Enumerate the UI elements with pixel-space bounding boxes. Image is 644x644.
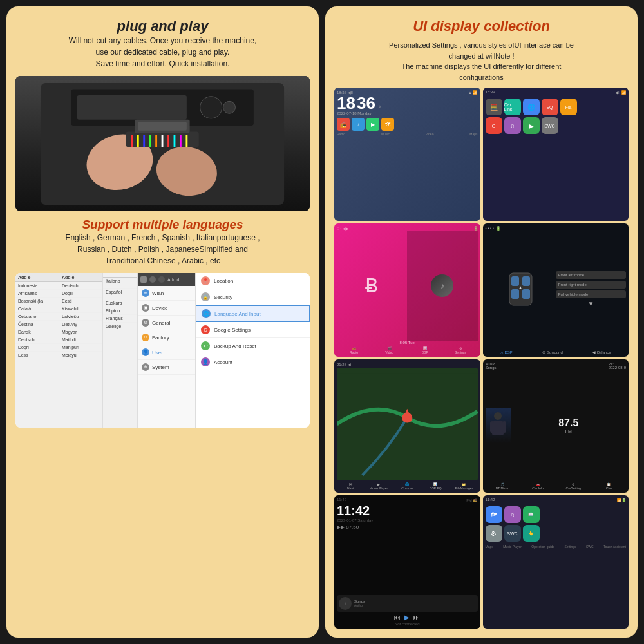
menu-wlan[interactable]: ≋ Wlan	[138, 286, 195, 301]
lang-item[interactable]: Dogri	[15, 344, 59, 352]
ui-cell-apps2: 11:42 📶🔋 🗺 ♫ 📖 ⚙ SWC 👆 Maps Music Player…	[483, 495, 629, 629]
system-icon: ⊕	[142, 363, 149, 371]
dsp-btn[interactable]: 📊DSP	[408, 346, 442, 354]
dsp-label[interactable]: △ DSP	[500, 350, 513, 354]
balance-label[interactable]: ◀ Balance	[592, 350, 611, 354]
menu-device[interactable]: ▣ Device	[138, 301, 195, 316]
full-vehicle-btn[interactable]: Full vehicle mode	[556, 290, 626, 298]
app-row2-2: ⚙ SWC 👆	[486, 525, 627, 542]
maps-icon[interactable]: 🗺	[381, 118, 394, 131]
lang-item[interactable]: Filipino	[103, 307, 137, 315]
op-guide-icon[interactable]: 📖	[523, 506, 540, 523]
ui-cell-clock: 18:36 ◀II ▲ 📶 18 36 ♪ 2022-07-18 Monday …	[334, 88, 480, 221]
bt-symbol-area: Ƀ	[337, 231, 407, 341]
lang-item[interactable]: Indonesia	[15, 282, 59, 290]
surround-label[interactable]: ⊛ Surround	[542, 350, 562, 354]
front-right-btn[interactable]: Front right mode	[556, 281, 626, 289]
maps-label: Maps	[469, 132, 477, 136]
music-player-icon[interactable]: ♫	[504, 117, 521, 134]
lang-item[interactable]: Lietuviy	[59, 321, 102, 328]
detail-account[interactable]: 👤 Account	[196, 354, 310, 370]
front-left-btn[interactable]: Front left mode	[556, 271, 626, 279]
lang-item[interactable]: Dansk	[15, 328, 59, 336]
carlink-icon[interactable]: Car Link	[504, 99, 521, 115]
che-btn[interactable]: 📋Che	[592, 482, 626, 490]
music-player2-icon[interactable]: ♫	[504, 506, 521, 523]
lang-item[interactable]: Euskara	[103, 299, 137, 307]
calculator-icon[interactable]: 🧮	[486, 99, 502, 115]
svg-rect-19	[138, 122, 187, 130]
lang-item[interactable]: Manipuri	[59, 344, 102, 352]
lang-item[interactable]: Deutsch	[15, 336, 59, 344]
fla-icon[interactable]: Fla	[560, 99, 577, 115]
google-app-icon[interactable]: G	[486, 117, 502, 134]
swc2-icon[interactable]: SWC	[504, 525, 521, 542]
lang-item[interactable]: Català	[15, 305, 59, 313]
person-silhouette	[486, 408, 511, 443]
equalizer-icon[interactable]: EQ	[542, 99, 558, 115]
next-btn[interactable]: ⏭	[413, 614, 420, 621]
settings-btn[interactable]: ⚙Settings	[443, 346, 477, 354]
video-icon[interactable]: ▶	[366, 118, 379, 131]
detail-security[interactable]: 🔒 Security	[196, 289, 310, 305]
lang-item[interactable]: Latviešu	[59, 313, 102, 321]
lang-item[interactable]: Magyar	[59, 328, 102, 336]
battery-icon: 🔋	[496, 226, 500, 231]
settings2-icon[interactable]: ⚙	[486, 525, 502, 542]
menu-factory[interactable]: ✂ Factory	[138, 330, 195, 345]
btmusic-btn[interactable]: 🎵BT Music	[486, 482, 520, 490]
menu-user[interactable]: 👤 User	[138, 345, 195, 360]
lang-item[interactable]: Kiswahili	[59, 305, 102, 313]
lang-item[interactable]: Maithili	[59, 336, 102, 344]
detail-language[interactable]: 🌐 Lanquaqe And Input	[196, 305, 310, 322]
lang-item[interactable]: Melayu	[59, 352, 102, 359]
lang-item[interactable]: Español	[103, 289, 137, 296]
plug-body: Will not cut any cables. Once you receiv…	[15, 35, 310, 70]
dspeq-btn[interactable]: 📊DSP EQ	[422, 482, 449, 490]
detail-location[interactable]: 📍 Location	[196, 273, 310, 289]
car-view-area	[486, 233, 556, 345]
cell8-signal: 📶🔋	[617, 498, 626, 502]
detail-google[interactable]: G Google Settings	[196, 322, 310, 338]
carsetting-btn[interactable]: ⚙CarSetting	[556, 482, 591, 490]
touch-assist-icon[interactable]: 👆	[523, 525, 540, 542]
video-btn[interactable]: 🎬Video	[372, 346, 406, 354]
settings-screenshot: Add e Indonesia Afrikaans Bosanski (la C…	[15, 273, 310, 629]
multilang-title: Support multiple languages	[15, 218, 310, 232]
swc-icon[interactable]: SWC	[542, 117, 558, 134]
radio-btn[interactable]: 📻Radio	[337, 346, 371, 354]
videoplayer-btn[interactable]: ▶Video Player	[365, 482, 392, 490]
filemgr-btn[interactable]: 📁FileManager	[450, 482, 477, 490]
lang-item[interactable]: Eesti	[59, 298, 102, 305]
menu-system[interactable]: ⊕ System	[138, 360, 195, 375]
app-row-2: G ♫ ▶ SWC	[486, 117, 627, 134]
time-display: 18 36 ♪	[337, 95, 478, 111]
navi-btn[interactable]: 🗺Navi	[337, 482, 364, 490]
play-btn[interactable]: ▶	[404, 614, 410, 621]
menu-general[interactable]: ⚙ General	[138, 316, 195, 330]
chrome-btn[interactable]: 🌐Chrome	[393, 482, 421, 490]
lang-item[interactable]: Eesti	[15, 352, 59, 359]
lang-item[interactable]: Bosanski (la	[15, 298, 59, 305]
music-player-bar: ♪ Songs Author	[337, 595, 478, 612]
lang-item[interactable]: Afrikaans	[15, 290, 59, 298]
backup-label: Backup And Reset	[214, 343, 256, 349]
lang-item[interactable]: Italiano	[103, 278, 137, 285]
maps2-icon[interactable]: 🗺	[486, 506, 502, 523]
radio-icon[interactable]: 📻	[337, 118, 350, 131]
bt-content: Ƀ ♪	[337, 231, 478, 341]
prev-btn[interactable]: ⏮	[394, 614, 401, 621]
playback-controls: ⏮ ▶ ⏭	[337, 614, 478, 621]
lang-item[interactable]: Français	[103, 315, 137, 323]
carinfo-btn[interactable]: 🚗Car Info	[521, 482, 555, 490]
playstore-icon[interactable]: ▶	[523, 117, 540, 134]
chrome-icon[interactable]: 🌐	[523, 99, 540, 115]
lang-item[interactable]: Gaeilge	[103, 323, 137, 330]
lang-item[interactable]: Dogri	[59, 290, 102, 298]
lang-item[interactable]: Deutsch	[59, 282, 102, 290]
car-dash-image	[15, 76, 310, 211]
music-icon[interactable]: ♪	[352, 118, 365, 131]
detail-backup[interactable]: ↩ Backup And Reset	[196, 338, 310, 354]
lang-item[interactable]: Čeština	[15, 321, 59, 328]
lang-item[interactable]: Cebuano	[15, 313, 59, 321]
